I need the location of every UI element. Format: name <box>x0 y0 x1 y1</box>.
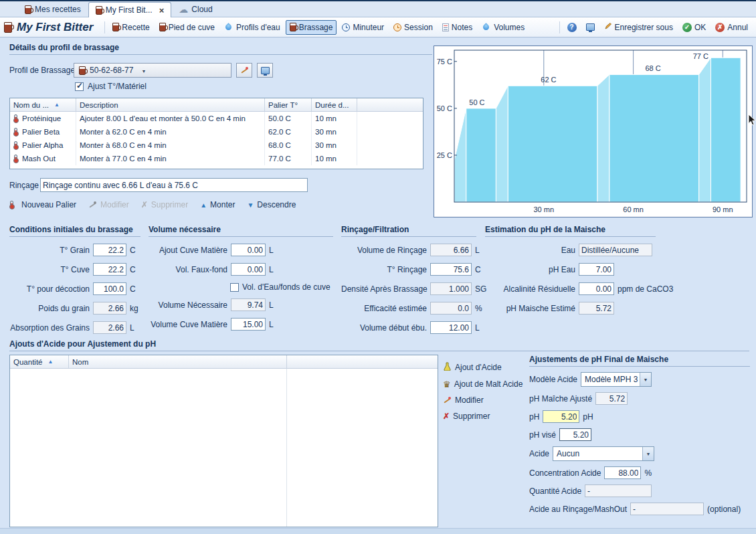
timer-icon <box>342 23 350 31</box>
ajout-cuve-matiere-input[interactable] <box>231 244 266 256</box>
delete-x-icon: ✗ <box>443 412 450 420</box>
volume-panel: Volume nécessaire Ajout Cuve MatièreL Vo… <box>149 225 339 331</box>
efficacite-estimee-value <box>430 302 472 315</box>
thermometer-icon <box>14 114 17 122</box>
profile-edit-button[interactable] <box>236 63 252 78</box>
save-as-button[interactable]: Enregistrer sous <box>600 19 677 35</box>
table-row[interactable]: Palier Beta Monter à 62.0 C en 4 min 62.… <box>10 125 423 139</box>
chevron-down-icon <box>137 66 146 75</box>
acid-type-dropdown[interactable]: Aucun <box>553 446 654 461</box>
sparge-description-input[interactable] <box>40 178 308 192</box>
edit-step-button[interactable]: Modifier <box>88 200 129 209</box>
toolbar-button-volumes[interactable]: Volumes <box>478 20 529 35</box>
column-header-nom[interactable]: Nom du ... <box>10 98 76 111</box>
table-row[interactable]: Mash Out Monter à 77.0 C en 4 min 77.0 C… <box>10 152 423 165</box>
tab-close-icon[interactable]: × <box>159 6 165 15</box>
acid-additions-table: Quantité Nom <box>9 355 438 527</box>
move-down-button[interactable]: Descendre <box>247 200 296 209</box>
table-row[interactable]: Palier Alpha Monter à 68.0 C en 4 min 68… <box>10 139 423 152</box>
column-header-quantite[interactable]: Quantité <box>10 355 69 368</box>
beer-mug-icon <box>79 66 86 75</box>
column-header-duree[interactable]: Durée d... <box>312 98 357 111</box>
decoction-temp-input[interactable] <box>93 282 126 295</box>
thermometer-icon <box>14 128 17 135</box>
toolbar-button-session[interactable]: Session <box>389 20 437 35</box>
brew-profile-dropdown[interactable]: 50-62-68-77 <box>74 63 231 78</box>
sparge-row: Rinçage <box>9 178 308 192</box>
add-acid-malt-button[interactable]: ♛Ajout de Malt Acide <box>443 379 523 389</box>
toolbar-button-notes[interactable]: Notes <box>438 20 476 35</box>
initial-conditions-panel: Conditions initiales du brassage T° Grai… <box>9 225 150 334</box>
svg-text:50 C: 50 C <box>469 98 484 106</box>
adjust-temp-equipment-checkbox[interactable] <box>75 82 84 91</box>
section-title: Ajustements de pH Final de Maische <box>529 355 750 367</box>
cancel-button[interactable]: Annul <box>711 20 752 35</box>
cloud-icon: ☁ <box>179 5 188 14</box>
edit-acid-button[interactable]: Modifier <box>443 395 523 405</box>
magic-wand-icon <box>443 396 452 405</box>
notes-icon <box>442 23 449 31</box>
ok-check-icon <box>682 23 692 32</box>
thermometer-icon <box>10 201 13 208</box>
flask-icon <box>443 362 452 373</box>
section-title: Estimation du pH de la Maische <box>485 225 656 237</box>
volume-necessaire-value <box>231 298 266 311</box>
table-row[interactable]: Protéinique Ajouter 8.00 L d'eau et mont… <box>10 112 423 125</box>
dead-space-water-checkbox[interactable] <box>230 283 239 292</box>
tab-bar: Mes recettes My First Bit... × ☁ Cloud <box>0 0 756 17</box>
vol-faux-fond-input[interactable] <box>231 263 266 276</box>
toolbar-button-minuteur[interactable]: Minuteur <box>338 20 388 35</box>
ok-button[interactable]: OK <box>678 20 710 35</box>
column-header-filler <box>357 98 423 111</box>
delete-acid-button[interactable]: ✗Supprimer <box>443 412 523 421</box>
toolbar-button-pied-de-cuve[interactable]: Pied de cuve <box>155 20 219 35</box>
main-toolbar: My First Bitter Recette Pied de cuve Pro… <box>0 17 756 37</box>
toolbar-button-brassage[interactable]: Brassage <box>286 20 337 35</box>
column-header-description[interactable]: Description <box>76 98 265 111</box>
move-up-button[interactable]: Monter <box>200 200 235 209</box>
add-acid-button[interactable]: Ajout d'Acide <box>443 362 523 373</box>
beer-mug-icon <box>4 22 12 33</box>
tab-mes-recettes[interactable]: Mes recettes <box>17 1 88 17</box>
svg-text:50 C: 50 C <box>437 104 452 112</box>
alcalinite-residuelle-input[interactable] <box>579 282 614 295</box>
mash-profile-chart: 25 C50 C75 C30 mn60 mn90 mn50 C62 C68 C7… <box>434 46 753 217</box>
ph-vise-input[interactable] <box>559 428 591 441</box>
t-grain-input[interactable] <box>93 244 126 256</box>
mash-icon <box>290 23 296 31</box>
ph-adjust-panel: Ajustements de pH Final de Maische Modèl… <box>529 355 754 515</box>
t-rincage-input[interactable] <box>430 263 472 276</box>
volumes-drop-icon <box>482 23 490 31</box>
column-divider <box>10 369 287 527</box>
toolbar-button-profils-eau[interactable]: Profils d'eau <box>220 20 284 35</box>
tab-cloud[interactable]: ☁ Cloud <box>171 1 219 17</box>
column-header-filler <box>287 355 438 368</box>
ph-input[interactable] <box>543 410 579 423</box>
display-button[interactable] <box>582 21 599 33</box>
help-button[interactable] <box>563 20 581 35</box>
empty-table-body[interactable] <box>10 369 438 527</box>
volume-cuve-matiere-input[interactable] <box>231 318 266 331</box>
column-header-palier[interactable]: Palier T° <box>265 98 312 111</box>
grain-absorption-value <box>93 321 126 334</box>
t-cuve-input[interactable] <box>93 263 126 276</box>
help-icon <box>567 23 577 32</box>
concentration-acide-input[interactable] <box>604 466 641 479</box>
svg-text:25 C: 25 C <box>437 151 452 159</box>
mash-step-buttons: Nouveau Palier Modifier ✗Supprimer Monte… <box>9 200 296 209</box>
acid-model-dropdown[interactable]: Modèle MPH 3 <box>581 372 652 387</box>
malt-crown-icon: ♛ <box>443 380 451 389</box>
column-header-nom[interactable]: Nom <box>69 355 287 368</box>
new-step-button[interactable]: Nouveau Palier <box>9 200 76 209</box>
arrow-down-icon <box>247 200 254 209</box>
tab-my-first-bitter[interactable]: My First Bit... × <box>88 2 172 17</box>
delete-step-button[interactable]: ✗Supprimer <box>141 200 188 209</box>
ph-eau-input[interactable] <box>579 263 614 276</box>
volume-debut-ebu-input[interactable] <box>430 321 472 334</box>
toolbar-button-recette[interactable]: Recette <box>108 20 153 35</box>
eau-value <box>579 244 652 256</box>
profile-save-button[interactable] <box>257 63 273 78</box>
table-header: Quantité Nom <box>10 355 438 369</box>
section-title: Volume nécessaire <box>149 225 333 237</box>
mash-profile-chart-svg: 25 C50 C75 C30 mn60 mn90 mn50 C62 C68 C7… <box>434 46 752 217</box>
